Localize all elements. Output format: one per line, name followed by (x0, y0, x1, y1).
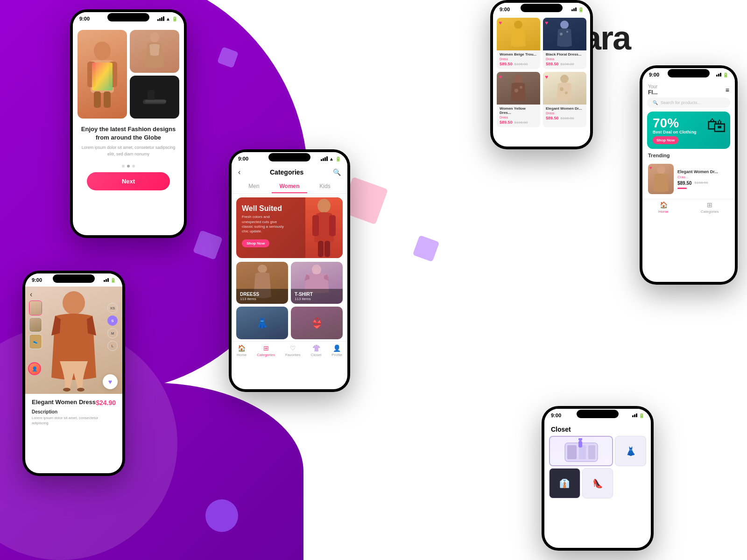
nav-home-tab[interactable]: 🏠 Home (658, 201, 668, 214)
onboard-text: Enjoy the latest Fashion designs from ar… (73, 119, 184, 160)
home-greeting: Your (648, 84, 658, 89)
phone-notch-home (668, 69, 710, 77)
banner-model (305, 197, 343, 258)
onboard-desc: Lorem ipsum dolor sit amet, consetetur s… (79, 145, 177, 157)
trending-product-brand: Cras... (677, 175, 729, 179)
trending-item-info-1: Elegant Women Dr... Cras... $89.50 $106.… (677, 169, 729, 189)
svg-rect-4 (94, 91, 101, 108)
cat-item-tshirt-info: T-SHIRT 113 items (291, 289, 343, 304)
back-button[interactable]: ‹ (30, 290, 32, 299)
nav-favorites-label: Favorites (285, 353, 301, 357)
cat-item-dress-count: 113 items (240, 297, 284, 301)
trending-item-1[interactable]: ♥ Elegant Women Dr... Cras... $89.50 $10… (642, 161, 735, 197)
trending-product-name: Elegant Women Dr... (677, 169, 729, 174)
hamburger-icon[interactable]: ≡ (726, 86, 729, 94)
trending-price-new: $89.50 (677, 181, 692, 186)
search-icon[interactable]: 🔍 (333, 168, 341, 176)
heart-icon-2[interactable]: ♥ (545, 20, 548, 26)
deal-shop-button[interactable]: Shop Now (653, 136, 678, 144)
dot-2 (127, 165, 130, 168)
nav-closet[interactable]: 👚 Closet (311, 344, 322, 357)
svg-point-26 (560, 87, 564, 91)
size-l[interactable]: L (107, 341, 118, 351)
categories-icon: ⊞ (263, 344, 269, 352)
banner-text: Well Suited Fresh colors and unexpected … (242, 204, 289, 247)
svg-point-18 (514, 21, 522, 29)
svg-point-21 (566, 31, 568, 33)
nav-categories-tab[interactable]: ⊞ Categories (701, 201, 719, 214)
svg-point-22 (514, 75, 522, 83)
category-tabs[interactable]: Men Women Kids (232, 180, 347, 194)
trending-price-old: $106.00 (695, 181, 708, 186)
nav-home[interactable]: 🏠 Home (237, 344, 247, 357)
price-old-2: $106.00 (561, 62, 574, 66)
search-icon-home: 🔍 (653, 100, 658, 105)
search-placeholder: Search for products... (661, 100, 701, 105)
heart-icon-3[interactable]: ♥ (499, 74, 502, 80)
trending-heart-icon[interactable]: ♥ (649, 165, 652, 170)
closet-item-3[interactable]: 👔 (549, 468, 580, 498)
status-time: 9:00 (79, 16, 90, 21)
svg-rect-38 (578, 441, 582, 448)
home-nav-label: Home (658, 210, 668, 214)
phone-categories: 9:00 ▲🔋 ‹ Categories 🔍 Men Women Kids We… (229, 149, 350, 392)
closet-item-4[interactable]: 👠 (582, 468, 613, 498)
svg-point-29 (63, 388, 70, 392)
thumb-3[interactable]: 👟 (29, 334, 42, 349)
search-bar[interactable]: 🔍 Search for products... (647, 98, 730, 108)
closet-item-1[interactable] (549, 436, 613, 466)
svg-rect-35 (588, 445, 595, 459)
nav-favorites[interactable]: ♡ Favorites (285, 344, 301, 357)
svg-point-11 (317, 199, 331, 213)
product-card-2[interactable]: ♥ Black Floral Dress... Dress $89.50 $10… (543, 18, 586, 69)
home-icon: 🏠 (238, 344, 246, 352)
svg-point-20 (560, 33, 563, 35)
nav-categories[interactable]: ⊞ Categories (257, 344, 275, 357)
nav-profile-label: Profile (331, 353, 342, 357)
price-old-1: $106.00 (514, 62, 528, 66)
svg-point-28 (63, 291, 85, 315)
size-s[interactable]: S (107, 315, 118, 326)
svg-rect-15 (324, 241, 330, 257)
category-item-4[interactable]: 👙 (291, 307, 343, 339)
status-icons-listing: 🔋 (571, 7, 584, 12)
tab-women[interactable]: Women (272, 180, 307, 193)
svg-point-0 (94, 42, 111, 60)
status-time-home: 9:00 (649, 72, 659, 77)
closet-item-2[interactable]: 👗 (615, 436, 646, 466)
heart-icon-1[interactable]: ♥ (499, 20, 502, 26)
nav-closet-label: Closet (311, 353, 322, 357)
svg-rect-13 (329, 215, 336, 236)
category-item-3[interactable]: 👗 (236, 307, 288, 339)
svg-point-27 (565, 91, 568, 94)
favorite-button[interactable]: ♥ (103, 374, 118, 389)
product-img-1: ♥ (497, 18, 540, 50)
cat-item-tshirt-name: T-SHIRT (295, 292, 339, 297)
thumb-1[interactable] (29, 301, 42, 315)
thumb-2[interactable] (29, 317, 42, 332)
next-button[interactable]: Next (87, 172, 170, 190)
shoes-img (130, 76, 179, 119)
product-card-3[interactable]: ♥ Women Yellow Dres... Dress $89.50 $106… (497, 72, 540, 127)
heart-icon-4[interactable]: ♥ (545, 74, 548, 80)
model-placeholder (78, 30, 127, 119)
tab-kids[interactable]: Kids (307, 180, 343, 193)
trending-img-1: ♥ (648, 164, 674, 194)
price-new-4: $89.50 (546, 116, 559, 120)
banner-title: Well Suited (242, 204, 289, 213)
category-item-tshirt[interactable]: T-SHIRT 113 items (291, 262, 343, 304)
dress-img (130, 30, 179, 73)
svg-rect-10 (145, 100, 166, 103)
dot-3 (132, 165, 135, 168)
size-m[interactable]: M (107, 328, 118, 338)
size-xs[interactable]: XS (107, 303, 118, 313)
description-text: Lorem ipsum dolor sit amet, consectetur … (32, 415, 116, 426)
product-card-1[interactable]: ♥ Women Beige Trou... Dress $89.50 $106.… (497, 18, 540, 69)
banner-shop-btn[interactable]: Shop Now (242, 239, 269, 247)
favorites-icon: ♡ (290, 344, 296, 352)
tab-men[interactable]: Men (236, 180, 272, 193)
nav-profile[interactable]: 👤 Profile (331, 344, 342, 357)
svg-point-24 (520, 86, 522, 89)
product-card-4[interactable]: ♥ Elegant Women Dr... Dress $89.50 $106.… (543, 72, 586, 127)
category-item-dress[interactable]: DREESS 113 items (236, 262, 288, 304)
